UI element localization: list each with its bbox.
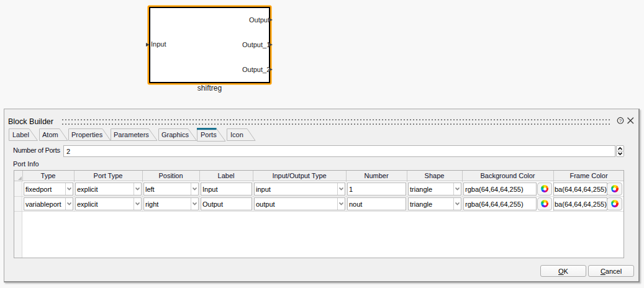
svg-text:?: ? — [619, 118, 622, 124]
